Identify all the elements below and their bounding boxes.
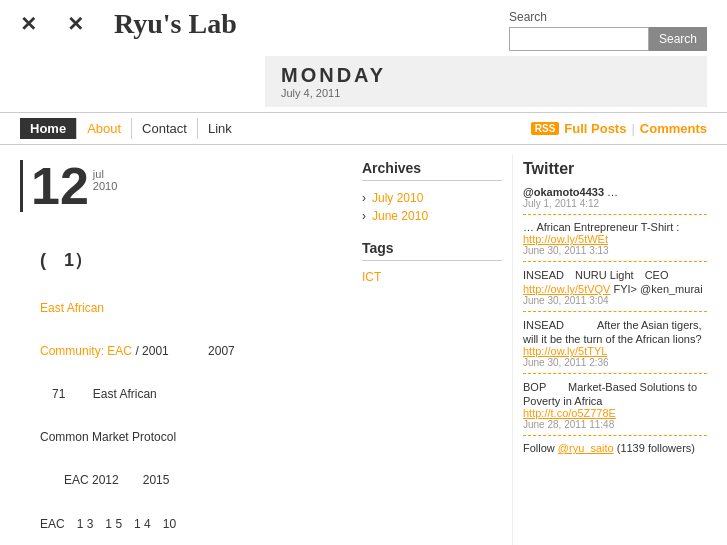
archive-june-2010[interactable]: › June 2010 (362, 207, 502, 225)
tags-section: Tags ICT (362, 240, 502, 284)
nav-item-link[interactable]: Link (198, 118, 242, 139)
tweet-3: INSEAD NURU Light CEO http://ow.ly/5tVQV… (523, 268, 707, 312)
post-date-year: 2010 (93, 180, 117, 192)
tweet-5: BOP Market-Based Solutions to Poverty in… (523, 380, 707, 436)
tweet-1: @okamoto4433 … July 1, 2011 4:12 (523, 186, 707, 215)
nav-item-about[interactable]: About (77, 118, 132, 139)
tweet-4-date: June 30, 2011 2:36 (523, 357, 707, 368)
tweet-4-link[interactable]: http://ow.ly/5tTYL (523, 345, 607, 357)
date-band-date: July 4, 2011 (281, 87, 691, 99)
nav-separator: | (631, 121, 634, 136)
search-input[interactable] (509, 27, 649, 51)
nav-item-contact[interactable]: Contact (132, 118, 198, 139)
rss-badge: RSS (531, 122, 560, 135)
tweet-3-text: INSEAD NURU Light CEO (523, 269, 668, 281)
twitter-follow-link[interactable]: @ryu_saito (558, 442, 614, 454)
comments-link[interactable]: Comments (640, 121, 707, 136)
archives-title: Archives (362, 160, 502, 181)
tags-title: Tags (362, 240, 502, 261)
twitter-title: Twitter (523, 160, 707, 178)
post-date-number: 12 (31, 160, 89, 212)
tweet-3-link[interactable]: http://ow.ly/5tVQV (523, 283, 610, 295)
nav-item-home[interactable]: Home (20, 118, 77, 139)
full-posts-link[interactable]: Full Posts (564, 121, 626, 136)
post-body: ( 1） East African Community: EAC / 2001 … (20, 222, 352, 545)
tweet-2-date: June 30, 2011 3:13 (523, 245, 707, 256)
tweet-4: INSEAD After the Asian tigers, will it b… (523, 318, 707, 374)
date-band-day: MONDAY (281, 64, 691, 87)
tweet-5-link[interactable]: http://t.co/o5Z778E (523, 407, 616, 419)
tweet-3-date: June 30, 2011 3:04 (523, 295, 707, 306)
tweet-4-text: INSEAD After the Asian tigers, will it b… (523, 319, 702, 345)
search-label: Search (509, 10, 547, 24)
tag-ict[interactable]: ICT (362, 270, 381, 284)
tweet-2-text: … African Entrepreneur T-Shirt : (523, 221, 679, 233)
close-icon-2[interactable]: ✕ (67, 12, 84, 36)
tweet-1-user: @okamoto4433 (523, 186, 604, 198)
tweet-5-date: June 28, 2011 11:48 (523, 419, 707, 430)
tweet-2-link[interactable]: http://ow.ly/5tWEt (523, 233, 608, 245)
post-date-month: jul (93, 168, 117, 180)
twitter-follow: Follow @ryu_saito (1139 followers) (523, 442, 707, 454)
tweet-2: … African Entrepreneur T-Shirt : http://… (523, 221, 707, 262)
tweet-5-text: BOP Market-Based Solutions to Poverty in… (523, 381, 697, 407)
archive-july-2010[interactable]: › July 2010 (362, 189, 502, 207)
search-button[interactable]: Search (649, 27, 707, 51)
tweet-1-text: … (607, 186, 618, 198)
archives-section: Archives › July 2010 › June 2010 (362, 160, 502, 225)
close-icon-1[interactable]: ✕ (20, 12, 37, 36)
site-title: Ryu's Lab (114, 8, 237, 40)
tweet-1-date: July 1, 2011 4:12 (523, 198, 707, 209)
